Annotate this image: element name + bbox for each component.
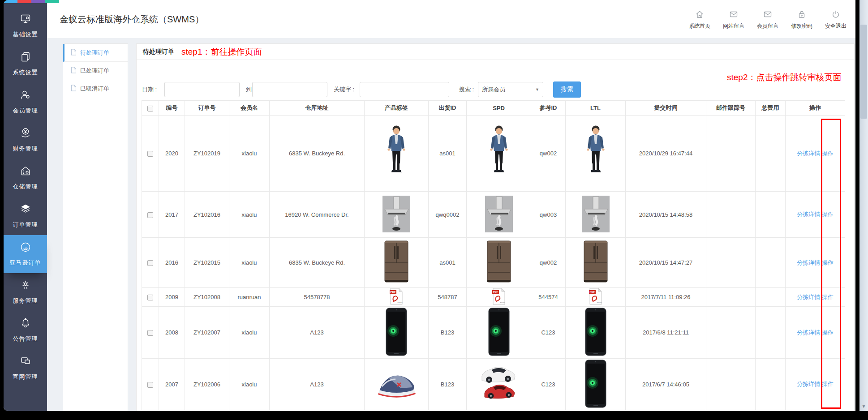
quick-link-site-messages[interactable]: 网站留言	[720, 10, 747, 30]
member-gear-icon	[20, 89, 31, 103]
member-select[interactable]: 所属会员 ▼	[478, 82, 543, 97]
svg-text:PDF: PDF	[391, 291, 396, 293]
document-icon	[71, 85, 77, 93]
sorting-detail-link[interactable]: 分拣详情	[797, 259, 820, 266]
sidebar-item-warehouse-mgmt[interactable]: 仓储管理	[4, 159, 47, 197]
member-cell: xiaolu	[229, 307, 270, 359]
sidebar-item-notice-mgmt[interactable]: 公告管理	[4, 311, 47, 349]
order-no-cell: ZY102008	[185, 288, 229, 307]
submenu-item-label: 已处理订单	[80, 67, 109, 75]
operate-link[interactable]: 操作	[822, 329, 834, 336]
smartphone-product-image	[585, 360, 606, 408]
ship-id-cell: as001	[429, 116, 467, 192]
actions-cell: 分拣详情 操作	[786, 288, 845, 307]
pdf-file-product-image: PDFAdobe	[589, 288, 603, 305]
scroll-down-icon[interactable]: ▼	[859, 404, 868, 409]
order-id-cell: 2016	[159, 238, 185, 288]
order-id-cell: 2020	[159, 116, 185, 192]
operate-link[interactable]: 操作	[822, 381, 834, 387]
address-cell: 16920 W. Commerce Dr.	[270, 192, 365, 238]
boy-figure-product-image	[382, 124, 410, 181]
order-id-cell: 2009	[159, 288, 185, 307]
product-image-cell	[467, 307, 531, 359]
sidebar-item-label: 订单管理	[13, 221, 38, 229]
svg-text:PDF: PDF	[589, 291, 595, 293]
brand-stripe	[31, 0, 45, 3]
row-checkbox[interactable]	[147, 151, 153, 157]
sidebar-item-member-mgmt[interactable]: 会员管理	[4, 83, 47, 121]
mail-tracking-cell	[706, 116, 756, 192]
submenu-item-pending-orders[interactable]: 待处理订单	[63, 44, 128, 62]
ref-id-cell: qw002	[531, 116, 566, 192]
submit-time-cell: 2017/6/8 11:21:11	[626, 307, 706, 359]
table-row: 2008ZY102007xiaoluA123B123C1232017/6/8 1…	[142, 307, 845, 359]
table-row: 2007ZY102006xiaoluA123B123C1232017/6/7 1…	[142, 359, 845, 410]
mail-tracking-cell	[706, 192, 756, 238]
product-image-cell	[566, 238, 626, 288]
sorting-detail-link[interactable]: 分拣详情	[797, 329, 820, 336]
sidebar-item-finance-mgmt[interactable]: 财务管理	[4, 121, 47, 159]
order-no-cell: ZY102015	[185, 238, 229, 288]
sidebar-item-website-mgmt[interactable]: 官网管理	[4, 349, 47, 387]
boy-figure-product-image	[582, 124, 610, 181]
row-checkbox[interactable]	[147, 260, 153, 266]
quick-link-label: 系统首页	[689, 22, 710, 30]
date-from-input[interactable]	[164, 82, 240, 97]
sidebar-item-amazon-orders[interactable]: a亚马逊订单	[4, 235, 47, 273]
sorting-detail-link[interactable]: 分拣详情	[797, 211, 820, 218]
sidebar-item-basic-settings[interactable]: 基础设置	[4, 7, 47, 45]
sorting-detail-link[interactable]: 分拣详情	[797, 381, 820, 387]
quick-link-home[interactable]: 系统首页	[686, 10, 713, 30]
sidebar: 基础设置系统设置会员管理财务管理仓储管理订单管理a亚马逊订单服务管理公告管理官网…	[4, 0, 47, 411]
table-row: 2017ZY102016xiaolu16920 W. Commerce Dr.q…	[142, 192, 845, 238]
page-scrollbar[interactable]: ▼	[859, 0, 868, 411]
order-id-cell: 2007	[159, 359, 185, 410]
sidebar-item-label: 系统设置	[13, 69, 38, 77]
quick-link-label: 修改密码	[791, 22, 812, 30]
quick-link-label: 网站留言	[723, 22, 744, 30]
product-image-cell	[467, 116, 531, 192]
mail-tracking-cell	[706, 238, 756, 288]
sidebar-item-label: 基础设置	[13, 30, 38, 39]
date-to-input[interactable]	[252, 82, 327, 97]
quick-link-change-password[interactable]: 修改密码	[788, 10, 815, 30]
quick-link-logout[interactable]: 安全退出	[822, 10, 849, 30]
svg-text:Adobe: Adobe	[597, 301, 602, 304]
submenu-item-processed-orders[interactable]: 已处理订单	[63, 62, 128, 80]
pdf-file-product-image: PDFAdobe	[389, 288, 404, 305]
brand-stripes	[4, 0, 59, 3]
keyword-input[interactable]	[360, 82, 449, 97]
sidebar-item-label: 服务管理	[13, 297, 38, 305]
submenu-item-cancelled-orders[interactable]: 已取消订单	[63, 80, 128, 98]
svg-text:Adobe: Adobe	[500, 301, 505, 304]
column-header: 出货ID	[429, 101, 467, 116]
sidebar-item-label: 亚马逊订单	[10, 259, 41, 267]
operate-link[interactable]: 操作	[822, 259, 834, 266]
actions-cell: 分拣详情 操作	[786, 116, 845, 192]
row-checkbox[interactable]	[147, 382, 153, 388]
product-image-cell	[467, 192, 531, 238]
sidebar-item-system-settings[interactable]: 系统设置	[4, 45, 47, 83]
operate-link[interactable]: 操作	[822, 150, 834, 157]
sidebar-item-order-mgmt[interactable]: 订单管理	[4, 197, 47, 235]
select-all-checkbox[interactable]	[147, 106, 153, 111]
quick-link-member-messages[interactable]: 会员留言	[754, 10, 781, 30]
svg-text:Adobe: Adobe	[397, 301, 403, 304]
scrollbar-thumb[interactable]	[860, 25, 867, 119]
service-gear-icon	[20, 279, 31, 293]
sidebar-item-service-mgmt[interactable]: 服务管理	[4, 273, 47, 311]
search-button[interactable]: 搜索	[553, 81, 581, 98]
submit-time-cell: 2020/10/29 16:47:44	[626, 116, 706, 192]
product-image-cell	[365, 359, 429, 410]
row-checkbox[interactable]	[147, 330, 153, 336]
orders-table: 编号订单号会员名仓库地址产品标签出货IDSPD参考IDLTL提交时间邮件跟踪号总…	[142, 100, 845, 410]
row-checkbox[interactable]	[147, 212, 153, 218]
sorting-detail-link[interactable]: 分拣详情	[797, 294, 820, 300]
operate-link[interactable]: 操作	[822, 211, 834, 218]
row-checkbox[interactable]	[147, 295, 153, 300]
order-no-cell: ZY102006	[185, 359, 229, 410]
operate-link[interactable]: 操作	[822, 294, 834, 300]
product-image-cell	[467, 238, 531, 288]
sorting-detail-link[interactable]: 分拣详情	[797, 150, 820, 157]
actions-cell: 分拣详情 操作	[786, 192, 845, 238]
